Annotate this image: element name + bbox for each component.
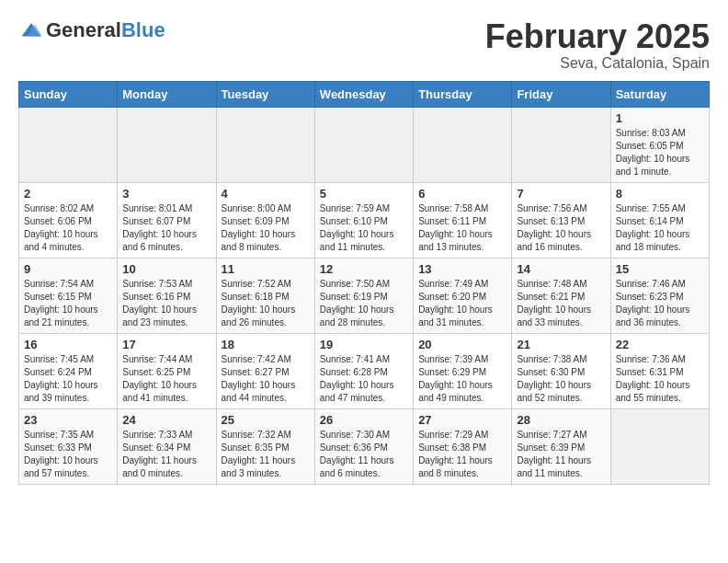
title-block: February 2025 Seva, Catalonia, Spain bbox=[485, 18, 710, 72]
day-info: Sunrise: 7:38 AM Sunset: 6:30 PM Dayligh… bbox=[517, 353, 605, 405]
calendar-cell bbox=[314, 107, 413, 182]
calendar-cell: 22Sunrise: 7:36 AM Sunset: 6:31 PM Dayli… bbox=[610, 333, 709, 408]
logo-blue: Blue bbox=[121, 18, 165, 41]
calendar-cell: 9Sunrise: 7:54 AM Sunset: 6:15 PM Daylig… bbox=[19, 258, 118, 333]
day-number: 19 bbox=[320, 338, 408, 351]
calendar-cell bbox=[19, 107, 118, 182]
calendar-cell bbox=[118, 107, 216, 182]
day-number: 1 bbox=[616, 111, 704, 125]
day-number: 4 bbox=[222, 187, 310, 201]
logo-general: General bbox=[46, 18, 121, 41]
day-number: 18 bbox=[222, 338, 310, 351]
calendar-cell: 12Sunrise: 7:50 AM Sunset: 6:19 PM Dayli… bbox=[314, 258, 413, 333]
day-number: 26 bbox=[320, 413, 408, 427]
day-number: 20 bbox=[418, 338, 506, 351]
logo: GeneralBlue bbox=[18, 18, 165, 42]
calendar-cell: 4Sunrise: 8:00 AM Sunset: 6:09 PM Daylig… bbox=[216, 182, 314, 258]
calendar-cell: 6Sunrise: 7:58 AM Sunset: 6:11 PM Daylig… bbox=[414, 182, 512, 258]
day-number: 27 bbox=[418, 413, 506, 427]
day-number: 24 bbox=[122, 413, 210, 427]
calendar-cell: 16Sunrise: 7:45 AM Sunset: 6:24 PM Dayli… bbox=[19, 333, 118, 408]
calendar-cell: 23Sunrise: 7:35 AM Sunset: 6:33 PM Dayli… bbox=[19, 408, 118, 484]
day-info: Sunrise: 7:36 AM Sunset: 6:31 PM Dayligh… bbox=[616, 353, 704, 405]
weekday-header-row: SundayMondayTuesdayWednesdayThursdayFrid… bbox=[19, 81, 710, 107]
day-number: 25 bbox=[222, 413, 310, 427]
weekday-header: Tuesday bbox=[216, 81, 314, 107]
day-number: 15 bbox=[616, 262, 704, 276]
weekday-header: Sunday bbox=[19, 81, 118, 107]
calendar-cell: 24Sunrise: 7:33 AM Sunset: 6:34 PM Dayli… bbox=[118, 408, 216, 484]
calendar-cell: 2Sunrise: 8:02 AM Sunset: 6:06 PM Daylig… bbox=[19, 182, 118, 258]
calendar-cell: 15Sunrise: 7:46 AM Sunset: 6:23 PM Dayli… bbox=[610, 258, 709, 333]
logo-icon bbox=[20, 21, 42, 40]
calendar-week-row: 23Sunrise: 7:35 AM Sunset: 6:33 PM Dayli… bbox=[19, 408, 710, 484]
header: GeneralBlue February 2025 Seva, Cataloni… bbox=[18, 18, 710, 72]
day-number: 23 bbox=[24, 413, 112, 427]
calendar-cell: 19Sunrise: 7:41 AM Sunset: 6:28 PM Dayli… bbox=[314, 333, 413, 408]
day-info: Sunrise: 7:39 AM Sunset: 6:29 PM Dayligh… bbox=[418, 353, 506, 405]
day-info: Sunrise: 7:45 AM Sunset: 6:24 PM Dayligh… bbox=[24, 353, 112, 405]
calendar-cell: 14Sunrise: 7:48 AM Sunset: 6:21 PM Dayli… bbox=[512, 258, 610, 333]
day-number: 12 bbox=[320, 262, 408, 276]
calendar-cell: 17Sunrise: 7:44 AM Sunset: 6:25 PM Dayli… bbox=[118, 333, 216, 408]
day-number: 16 bbox=[24, 338, 112, 351]
day-info: Sunrise: 8:03 AM Sunset: 6:05 PM Dayligh… bbox=[616, 127, 704, 178]
day-number: 14 bbox=[517, 262, 605, 276]
calendar-week-row: 2Sunrise: 8:02 AM Sunset: 6:06 PM Daylig… bbox=[19, 182, 710, 258]
weekday-header: Saturday bbox=[610, 81, 709, 107]
day-number: 21 bbox=[517, 338, 605, 351]
day-info: Sunrise: 8:00 AM Sunset: 6:09 PM Dayligh… bbox=[222, 202, 310, 254]
calendar-cell: 10Sunrise: 7:53 AM Sunset: 6:16 PM Dayli… bbox=[118, 258, 216, 333]
day-number: 2 bbox=[24, 187, 112, 201]
calendar-cell: 1Sunrise: 8:03 AM Sunset: 6:05 PM Daylig… bbox=[610, 107, 709, 182]
day-number: 13 bbox=[418, 262, 506, 276]
day-number: 6 bbox=[418, 187, 506, 201]
day-info: Sunrise: 7:49 AM Sunset: 6:20 PM Dayligh… bbox=[418, 278, 506, 329]
day-info: Sunrise: 7:50 AM Sunset: 6:19 PM Dayligh… bbox=[320, 278, 408, 329]
calendar-cell: 25Sunrise: 7:32 AM Sunset: 6:35 PM Dayli… bbox=[216, 408, 314, 484]
calendar-week-row: 1Sunrise: 8:03 AM Sunset: 6:05 PM Daylig… bbox=[19, 107, 710, 182]
calendar-cell bbox=[610, 408, 709, 484]
calendar-cell bbox=[512, 107, 610, 182]
day-number: 22 bbox=[616, 338, 704, 351]
day-info: Sunrise: 7:53 AM Sunset: 6:16 PM Dayligh… bbox=[122, 278, 210, 329]
day-info: Sunrise: 7:52 AM Sunset: 6:18 PM Dayligh… bbox=[222, 278, 310, 329]
day-number: 3 bbox=[122, 187, 210, 201]
calendar-cell: 7Sunrise: 7:56 AM Sunset: 6:13 PM Daylig… bbox=[512, 182, 610, 258]
calendar-cell: 28Sunrise: 7:27 AM Sunset: 6:39 PM Dayli… bbox=[512, 408, 610, 484]
weekday-header: Monday bbox=[118, 81, 216, 107]
calendar-cell: 18Sunrise: 7:42 AM Sunset: 6:27 PM Dayli… bbox=[216, 333, 314, 408]
day-info: Sunrise: 7:56 AM Sunset: 6:13 PM Dayligh… bbox=[517, 202, 605, 254]
day-info: Sunrise: 7:58 AM Sunset: 6:11 PM Dayligh… bbox=[418, 202, 506, 254]
day-info: Sunrise: 7:42 AM Sunset: 6:27 PM Dayligh… bbox=[222, 353, 310, 405]
calendar-cell bbox=[216, 107, 314, 182]
calendar-cell: 8Sunrise: 7:55 AM Sunset: 6:14 PM Daylig… bbox=[610, 182, 709, 258]
day-number: 28 bbox=[517, 413, 605, 427]
day-info: Sunrise: 7:33 AM Sunset: 6:34 PM Dayligh… bbox=[122, 429, 210, 480]
day-number: 9 bbox=[24, 262, 112, 276]
day-info: Sunrise: 8:01 AM Sunset: 6:07 PM Dayligh… bbox=[122, 202, 210, 254]
calendar-week-row: 9Sunrise: 7:54 AM Sunset: 6:15 PM Daylig… bbox=[19, 258, 710, 333]
day-number: 17 bbox=[122, 338, 210, 351]
day-number: 5 bbox=[320, 187, 408, 201]
weekday-header: Thursday bbox=[414, 81, 512, 107]
calendar-cell: 3Sunrise: 8:01 AM Sunset: 6:07 PM Daylig… bbox=[118, 182, 216, 258]
calendar-cell bbox=[414, 107, 512, 182]
calendar-cell: 11Sunrise: 7:52 AM Sunset: 6:18 PM Dayli… bbox=[216, 258, 314, 333]
calendar-cell: 26Sunrise: 7:30 AM Sunset: 6:36 PM Dayli… bbox=[314, 408, 413, 484]
calendar-cell: 5Sunrise: 7:59 AM Sunset: 6:10 PM Daylig… bbox=[314, 182, 413, 258]
day-info: Sunrise: 7:41 AM Sunset: 6:28 PM Dayligh… bbox=[320, 353, 408, 405]
calendar-cell: 13Sunrise: 7:49 AM Sunset: 6:20 PM Dayli… bbox=[414, 258, 512, 333]
calendar-cell: 21Sunrise: 7:38 AM Sunset: 6:30 PM Dayli… bbox=[512, 333, 610, 408]
day-info: Sunrise: 7:44 AM Sunset: 6:25 PM Dayligh… bbox=[122, 353, 210, 405]
day-info: Sunrise: 7:59 AM Sunset: 6:10 PM Dayligh… bbox=[320, 202, 408, 254]
day-number: 10 bbox=[122, 262, 210, 276]
day-info: Sunrise: 7:30 AM Sunset: 6:36 PM Dayligh… bbox=[320, 429, 408, 480]
day-number: 11 bbox=[222, 262, 310, 276]
day-info: Sunrise: 8:02 AM Sunset: 6:06 PM Dayligh… bbox=[24, 202, 112, 254]
day-number: 7 bbox=[517, 187, 605, 201]
location: Seva, Catalonia, Spain bbox=[485, 55, 710, 72]
weekday-header: Friday bbox=[512, 81, 610, 107]
day-info: Sunrise: 7:27 AM Sunset: 6:39 PM Dayligh… bbox=[517, 429, 605, 480]
day-info: Sunrise: 7:46 AM Sunset: 6:23 PM Dayligh… bbox=[616, 278, 704, 329]
